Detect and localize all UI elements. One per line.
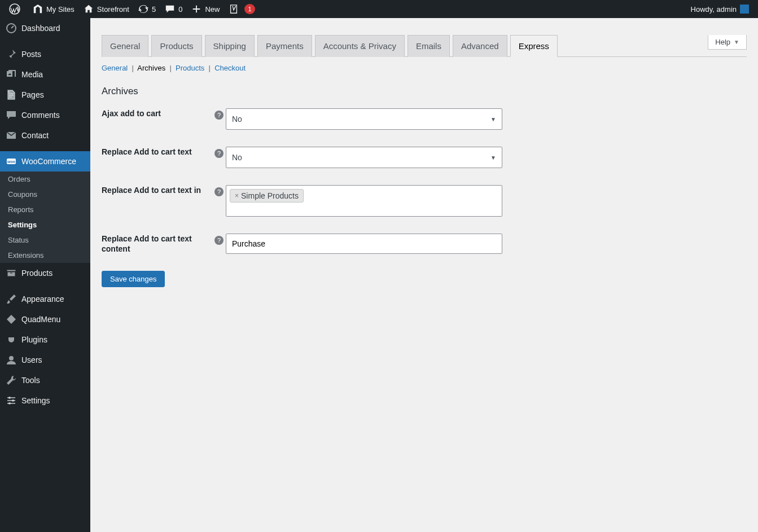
svg-point-7 (12, 399, 14, 402)
sidebar-item-label: Media (21, 70, 43, 79)
site-name-label: Storefront (97, 5, 129, 14)
tab-emails[interactable]: Emails (408, 35, 450, 57)
home-icon (84, 4, 94, 14)
tab-payments[interactable]: Payments (257, 35, 312, 57)
updates-icon (138, 4, 148, 14)
submenu-reports[interactable]: Reports (0, 202, 90, 217)
howdy-label: Howdy, admin (691, 5, 737, 14)
comment-icon (165, 4, 175, 14)
replace-text-content-input[interactable] (226, 234, 502, 254)
pin-icon (6, 49, 17, 60)
subtab-checkout[interactable]: Checkout (214, 64, 246, 72)
wp-logo[interactable] (5, 0, 28, 18)
sidebar-item-woocommerce[interactable]: woo WooCommerce (0, 151, 90, 172)
admin-toolbar: My Sites Storefront 5 0 New 1 Howdy, adm… (0, 0, 758, 18)
subtab-archives[interactable]: Archives (137, 64, 165, 72)
my-sites-link[interactable]: My Sites (28, 0, 79, 18)
tab-general[interactable]: General (102, 35, 148, 57)
yoast-link[interactable]: 1 (224, 0, 259, 18)
new-label: New (205, 5, 220, 14)
settings-form: Ajax add to cart ? No ▼ Replace Add to c… (102, 108, 747, 254)
sidebar-item-label: Dashboard (21, 24, 60, 33)
sidebar-item-media[interactable]: Media (0, 64, 90, 85)
svg-point-6 (8, 397, 11, 399)
sidebar-item-label: Tools (21, 376, 40, 385)
field-label-replace-text: Replace Add to cart text (102, 147, 214, 157)
section-title: Archives (102, 86, 747, 97)
help-tooltip-icon[interactable]: ? (214, 236, 224, 245)
submenu-extensions[interactable]: Extensions (0, 248, 90, 263)
tab-shipping[interactable]: Shipping (205, 35, 255, 57)
help-toggle[interactable]: Help ▼ (708, 35, 747, 50)
sidebar-item-quadmenu[interactable]: QuadMenu (0, 309, 90, 329)
sidebar-item-label: Contact (21, 131, 49, 140)
comments-link[interactable]: 0 (160, 0, 187, 18)
help-tooltip-icon[interactable]: ? (214, 187, 224, 196)
sidebar-item-label: Comments (21, 111, 60, 120)
new-content-link[interactable]: New (187, 0, 224, 18)
sidebar-item-comments[interactable]: Comments (0, 105, 90, 125)
tab-advanced[interactable]: Advanced (453, 35, 507, 57)
updates-count: 5 (152, 5, 156, 14)
sidebar-item-label: Posts (21, 50, 41, 59)
sidebar-item-posts[interactable]: Posts (0, 44, 90, 64)
sidebar-item-label: Pages (21, 90, 44, 99)
account-link[interactable]: Howdy, admin (686, 0, 753, 18)
submenu-status[interactable]: Status (0, 232, 90, 248)
submenu-orders[interactable]: Orders (0, 172, 90, 187)
sidebar-item-plugins[interactable]: Plugins (0, 329, 90, 350)
sidebar-item-settings[interactable]: Settings (0, 390, 90, 411)
media-icon (6, 69, 17, 80)
help-label: Help (715, 38, 730, 46)
mail-icon (6, 130, 17, 141)
sidebar-item-pages[interactable]: Pages (0, 85, 90, 105)
sidebar-item-label: Plugins (21, 335, 47, 344)
replace-text-in-multiselect[interactable]: × Simple Products (226, 185, 502, 217)
yoast-badge: 1 (244, 4, 255, 14)
diamond-icon (6, 314, 17, 325)
sidebar-item-tools[interactable]: Tools (0, 370, 90, 390)
sidebar-item-users[interactable]: Users (0, 350, 90, 370)
sidebar-item-products[interactable]: Products (0, 263, 90, 283)
remove-chip-icon[interactable]: × (235, 192, 240, 200)
sidebar-item-label: QuadMenu (21, 315, 60, 324)
save-changes-button[interactable]: Save changes (102, 271, 165, 287)
chevron-down-icon: ▼ (490, 155, 496, 161)
sidebar-item-contact[interactable]: Contact (0, 125, 90, 146)
subtab-products[interactable]: Products (176, 64, 204, 72)
svg-point-5 (9, 356, 14, 360)
tab-accounts-privacy[interactable]: Accounts & Privacy (315, 35, 405, 57)
help-tooltip-icon[interactable]: ? (214, 111, 224, 120)
field-label-replace-text-content: Replace Add to cart text content (102, 234, 214, 254)
yoast-icon (229, 4, 239, 14)
submenu-coupons[interactable]: Coupons (0, 187, 90, 202)
woocommerce-submenu: Orders Coupons Reports Settings Status E… (0, 172, 90, 263)
woocommerce-icon: woo (6, 156, 17, 167)
sidebar-item-label: Users (21, 355, 42, 364)
field-label-ajax-add-to-cart: Ajax add to cart (102, 108, 214, 118)
sidebar-item-dashboard[interactable]: Dashboard (0, 18, 90, 38)
archive-icon (6, 267, 17, 279)
site-name-link[interactable]: Storefront (79, 0, 134, 18)
tab-products[interactable]: Products (151, 35, 201, 57)
user-icon (6, 354, 17, 366)
subtab-general[interactable]: General (102, 64, 128, 72)
field-label-replace-text-in: Replace Add to cart text in (102, 185, 214, 195)
help-tooltip-icon[interactable]: ? (214, 149, 224, 158)
chevron-down-icon: ▼ (734, 39, 739, 45)
sidebar-item-label: Appearance (21, 294, 64, 304)
chip-label: Simple Products (241, 191, 299, 200)
plug-icon (6, 334, 17, 345)
updates-link[interactable]: 5 (134, 0, 160, 18)
replace-text-select[interactable]: No ▼ (226, 147, 502, 168)
ajax-add-to-cart-select[interactable]: No ▼ (226, 108, 502, 130)
plus-icon (191, 4, 201, 14)
tab-express[interactable]: Express (510, 35, 558, 57)
chevron-down-icon: ▼ (490, 116, 496, 122)
select-value: No (232, 153, 242, 162)
sliders-icon (6, 395, 17, 406)
sidebar-item-appearance[interactable]: Appearance (0, 289, 90, 309)
chip-simple-products: × Simple Products (230, 189, 304, 203)
settings-tabs: General Products Shipping Payments Accou… (102, 35, 747, 57)
submenu-settings[interactable]: Settings (0, 217, 90, 232)
